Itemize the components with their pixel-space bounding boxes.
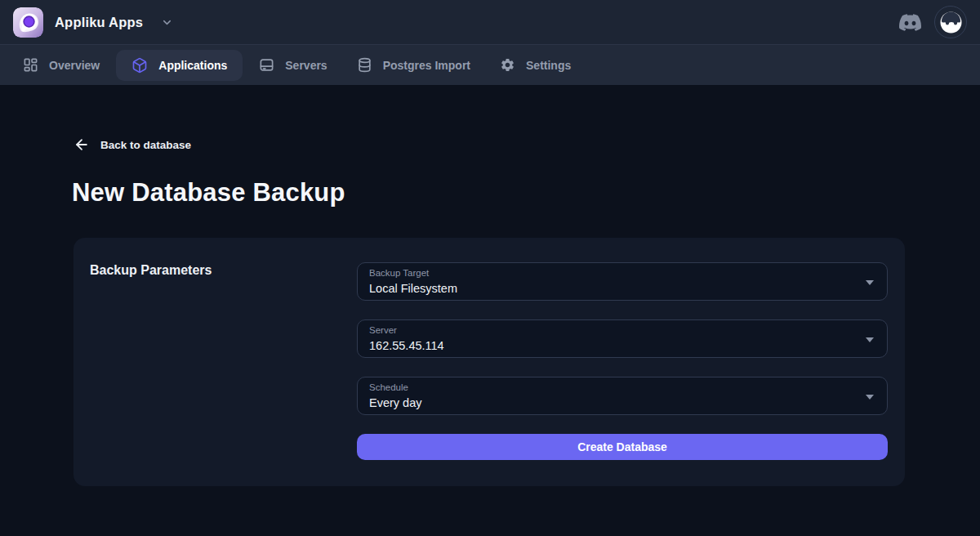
cube-icon <box>131 57 148 74</box>
gear-icon <box>500 57 515 73</box>
nav-item-overview[interactable]: Overview <box>10 50 113 80</box>
nav-item-settings[interactable]: Settings <box>487 50 584 80</box>
nav-item-label: Servers <box>285 59 327 72</box>
caret-down-icon <box>866 395 874 400</box>
discord-icon[interactable] <box>899 11 921 34</box>
create-database-button[interactable]: Create Database <box>357 434 888 460</box>
nav-item-label: Settings <box>526 59 571 72</box>
topbar-actions <box>899 6 967 38</box>
field-value: Local Filesystem <box>369 281 858 296</box>
database-icon <box>357 57 372 73</box>
field-value: 162.55.45.114 <box>369 338 858 353</box>
grid-icon <box>23 57 38 73</box>
main-content: Back to database New Database Backup Bac… <box>0 85 980 486</box>
section-title: Backup Parameters <box>90 263 357 278</box>
server-select[interactable]: Server 162.55.45.114 <box>357 319 888 358</box>
backup-parameters-card: Backup Parameters Backup Target Local Fi… <box>74 238 905 486</box>
backup-target-select[interactable]: Backup Target Local Filesystem <box>357 262 888 301</box>
nav-item-postgres-import[interactable]: Postgres Import <box>344 50 483 80</box>
field-label: Backup Target <box>369 267 858 279</box>
field-label: Server <box>369 324 858 336</box>
nav-item-servers[interactable]: Servers <box>246 50 340 80</box>
server-icon <box>259 57 274 73</box>
nav-item-label: Applications <box>158 59 227 72</box>
field-label: Schedule <box>369 382 858 393</box>
caret-down-icon <box>866 280 874 285</box>
card-form-column: Backup Target Local Filesystem Server 16… <box>357 262 888 460</box>
user-avatar[interactable] <box>934 6 967 38</box>
main-nav: Overview Applications Servers Postgres I… <box>0 44 980 85</box>
back-to-database-link[interactable]: Back to database <box>74 136 191 153</box>
appliku-logo[interactable] <box>13 7 43 38</box>
card-left-column: Backup Parameters <box>90 262 357 460</box>
nav-item-label: Overview <box>49 59 100 72</box>
app-switcher-label[interactable]: Appliku Apps <box>55 15 143 30</box>
chevron-down-icon[interactable] <box>161 16 173 29</box>
topbar: Appliku Apps <box>0 0 980 44</box>
arrow-left-icon <box>74 136 90 153</box>
back-link-label: Back to database <box>100 139 191 151</box>
page-title: New Database Backup <box>72 178 980 208</box>
nav-item-applications[interactable]: Applications <box>116 50 243 81</box>
caret-down-icon <box>866 337 874 342</box>
nav-item-label: Postgres Import <box>383 59 470 72</box>
field-value: Every day <box>369 395 858 410</box>
schedule-select[interactable]: Schedule Every day <box>357 377 888 415</box>
